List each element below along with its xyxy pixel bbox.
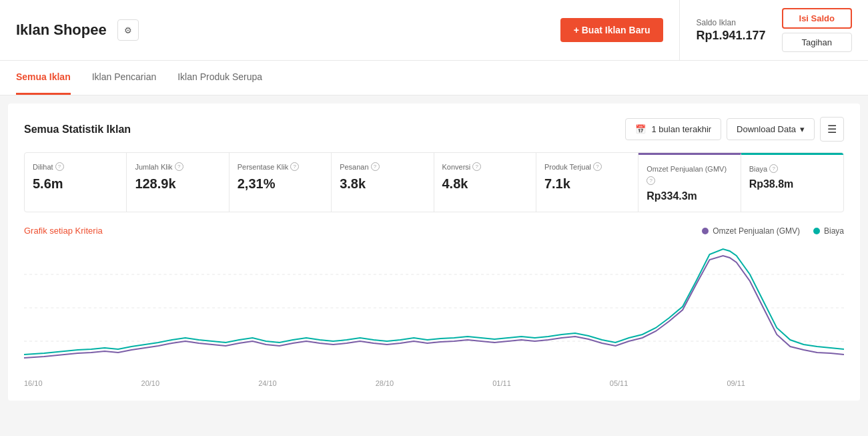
- chevron-down-icon: ▾: [800, 124, 805, 134]
- calendar-icon: 📅: [635, 124, 646, 134]
- settings-button[interactable]: ⚙: [117, 19, 139, 41]
- metric-value-biaya: Rp38.8m: [749, 178, 835, 190]
- omzet-line: [24, 256, 844, 358]
- download-data-button[interactable]: Download Data ▾: [727, 118, 815, 140]
- info-icon-persentase-klik[interactable]: ?: [290, 162, 299, 171]
- metric-biaya: Biaya ? Rp38.8m: [741, 153, 843, 212]
- chart-label: Grafik setiap Kriteria: [24, 226, 103, 236]
- menu-button[interactable]: ☰: [820, 117, 844, 142]
- metric-value-dilihat: 5.6m: [33, 176, 118, 192]
- date-range-button[interactable]: 📅 1 bulan terakhir: [625, 118, 721, 140]
- gear-icon: ⚙: [124, 25, 132, 35]
- metric-jumlah-klik: Jumlah Klik ? 128.9k: [127, 153, 229, 212]
- legend-biaya: Biaya: [813, 226, 844, 236]
- metric-value-omzet: Rp334.3m: [646, 190, 732, 202]
- info-icon-pesanan[interactable]: ?: [371, 162, 380, 171]
- metric-produk-terjual: Produk Terjual ? 7.1k: [536, 153, 638, 212]
- legend-omzet: Omzet Penjualan (GMV): [702, 226, 800, 236]
- saldo-label: Saldo Iklan: [696, 18, 765, 27]
- metric-value-konversi: 4.8k: [442, 176, 528, 192]
- tab-iklan-produk-serupa[interactable]: Iklan Produk Serupa: [177, 61, 262, 95]
- info-icon-jumlah-klik[interactable]: ?: [175, 162, 183, 171]
- x-label-1: 20/10: [141, 379, 160, 387]
- saldo-amount: Rp1.941.177: [696, 29, 765, 43]
- x-label-2: 24/10: [258, 379, 277, 387]
- x-label-4: 01/11: [492, 379, 511, 387]
- x-label-3: 28/10: [376, 379, 394, 387]
- page-title: Iklan Shopee: [16, 21, 107, 39]
- metric-omzet-penjualan: Omzet Penjualan (GMV) ? Rp334.3m: [638, 153, 741, 212]
- metric-pesanan: Pesanan ? 3.8k: [332, 153, 434, 212]
- info-icon-biaya[interactable]: ?: [769, 164, 778, 173]
- x-label-5: 05/11: [610, 379, 628, 387]
- metric-value-persentase-klik: 2,31%: [238, 176, 323, 192]
- new-ad-button[interactable]: + Buat Iklan Baru: [560, 18, 664, 42]
- metric-dilihat: Dilihat ? 5.6m: [25, 153, 127, 212]
- chart-svg: [24, 241, 844, 375]
- chart-section: Grafik setiap Kriteria Omzet Penjualan (…: [24, 226, 844, 387]
- x-label-6: 09/11: [727, 379, 745, 387]
- metric-value-produk-terjual: 7.1k: [544, 176, 630, 192]
- x-label-0: 16/10: [24, 379, 43, 387]
- isi-saldo-button[interactable]: Isi Saldo: [782, 8, 852, 29]
- metric-konversi: Konversi ? 4.8k: [434, 153, 536, 212]
- metric-persentase-klik: Persentase Klik ? 2,31%: [230, 153, 332, 212]
- hamburger-icon: ☰: [827, 123, 837, 136]
- chart-legend: Omzet Penjualan (GMV) Biaya: [702, 226, 844, 236]
- metric-value-jumlah-klik: 128.9k: [135, 176, 220, 192]
- tab-semua-iklan[interactable]: Semua Iklan: [16, 61, 71, 95]
- info-icon-konversi[interactable]: ?: [472, 162, 481, 171]
- tab-iklan-pencarian[interactable]: Iklan Pencarian: [92, 61, 157, 95]
- info-icon-omzet[interactable]: ?: [646, 176, 655, 185]
- info-icon-dilihat[interactable]: ?: [55, 162, 64, 171]
- metric-value-pesanan: 3.8k: [340, 176, 425, 192]
- info-icon-produk-terjual[interactable]: ?: [593, 162, 602, 171]
- biaya-line: [24, 249, 844, 355]
- tagihan-button[interactable]: Tagihan: [782, 33, 852, 52]
- stats-title: Semua Statistik Iklan: [24, 124, 131, 136]
